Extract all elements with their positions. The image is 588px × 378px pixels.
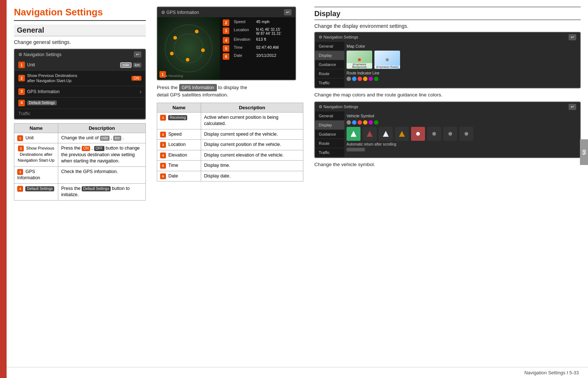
row-time-name: 5 Time [157, 161, 201, 171]
color-dot-green-2[interactable] [374, 120, 378, 125]
row-elevation-name: 4 Elevation [157, 150, 201, 161]
map-thumb-1[interactable]: (Emphasize Background) [347, 51, 372, 69]
display-screen-2-header: ⚙ Navigation Settings ↩ [315, 102, 580, 111]
nav-menu-item-traffic[interactable]: Traffic [15, 109, 145, 119]
km-pill[interactable]: km [133, 63, 141, 67]
display-screen-2: ⚙ Navigation Settings ↩ General Display … [314, 102, 581, 158]
sidebar-item-guidance-2[interactable]: Guidance [315, 130, 344, 139]
color-dot-blue[interactable] [352, 77, 356, 81]
sidebar-item-traffic-2[interactable]: Traffic [315, 148, 344, 157]
vehicle-sym-4[interactable] [395, 127, 409, 141]
map-thumb-2[interactable]: (Emphasize Roads) [374, 51, 400, 69]
receiving-pill: Receiving [168, 115, 187, 120]
sidebar-item-route-2[interactable]: Route [315, 139, 344, 148]
vehicle-sym-3[interactable] [379, 127, 393, 141]
nav-menu-item[interactable]: 1 Unit mile km [15, 59, 145, 71]
color-dot-orange-2[interactable] [363, 120, 367, 125]
map-color-options: (Emphasize Background) (Emphasize Roads) [347, 51, 578, 69]
table-header-name: Name [14, 123, 58, 133]
on-toggle[interactable]: ON [132, 76, 141, 81]
badge-6: 6 [223, 53, 229, 60]
sidebar-item-route[interactable]: Route [315, 69, 344, 78]
color-dot-gray-2[interactable] [347, 120, 351, 125]
gps-table: Name Description 1 Receiving Active when… [157, 103, 303, 182]
back-button[interactable]: ↩ [569, 34, 576, 40]
gear-icon: ⚙ Navigation Settings [18, 52, 62, 57]
map-thumb-container-2[interactable]: (Emphasize Roads) [374, 51, 400, 69]
nav-menu-item[interactable]: 2 Show Previous Destinationsafter Naviga… [15, 71, 145, 86]
color-dots [347, 77, 578, 81]
mile-pill: mile [100, 136, 110, 141]
gps-body: 1 ● Receiving 2 Speed 45 mph 3 Location … [158, 17, 295, 80]
row-receiving-desc: Active when current position is being ca… [201, 112, 303, 129]
badge-2: 2 [18, 146, 24, 151]
badge-3: 3 [18, 88, 25, 95]
show-prev-label: Show Previous Destinationsafter Navigati… [27, 73, 77, 84]
gps-radar: 1 ● Receiving [158, 17, 220, 80]
time-label: Time [234, 45, 254, 49]
time-value: 02:47:40 AM [256, 45, 279, 49]
map-thumb-container-1[interactable]: (Emphasize Background) [347, 51, 372, 69]
color-dot-purple-2[interactable] [369, 120, 373, 125]
svg-marker-1 [367, 131, 373, 137]
default-settings-pill[interactable]: Default Settings [27, 100, 57, 105]
gps-info-button[interactable]: GPS Information [179, 84, 217, 91]
sidebar-item-general-2[interactable]: General [315, 111, 344, 121]
vehicle-sym-7[interactable] [443, 127, 457, 141]
table-row: 6 Date Display date. [157, 171, 303, 181]
row-date-name: 6 Date [157, 171, 201, 181]
display-title: Display [314, 10, 581, 20]
sidebar-item-guidance[interactable]: Guidance [315, 60, 344, 69]
vehicle-sym-8[interactable] [459, 127, 473, 141]
badge-6: 6 [160, 173, 166, 179]
nav-menu-item[interactable]: 4 Default Settings [15, 98, 145, 109]
row-3-name: 3 GPS Information [14, 166, 58, 183]
auto-return-toggle[interactable] [347, 148, 365, 151]
table-row: 5 Time Display time. [157, 161, 303, 171]
back-button-2[interactable]: ↩ [569, 104, 576, 110]
gps-header: ⚙ GPS Information ↩ [158, 7, 295, 17]
color-dot-red-2[interactable] [358, 120, 362, 125]
display-main-area: Map Color (Emphasize Background) [344, 42, 580, 88]
nav-menu-item[interactable]: 3 GPS Information › [15, 86, 145, 98]
sidebar-item-display-2[interactable]: Display [315, 121, 344, 130]
vehicle-sym-1[interactable] [347, 127, 360, 141]
traffic-label: Traffic [18, 111, 30, 116]
badge-3: 3 [223, 27, 229, 34]
sidebar-item-general[interactable]: General [315, 42, 344, 51]
color-dot-purple[interactable] [369, 77, 373, 81]
right-column: Display Change the display environment s… [311, 0, 588, 367]
badge-1: 1 [159, 71, 166, 78]
sidebar-item-display[interactable]: Display [315, 51, 344, 60]
vehicle-sym-6[interactable] [427, 127, 441, 141]
unit-label: Unit [27, 62, 35, 67]
footer-text: Navigation Settings I 5-33 [524, 370, 579, 375]
svg-point-6 [448, 132, 452, 136]
row-1-desc: Change the unit of mile , km . [58, 133, 146, 143]
color-dot-gray[interactable] [347, 77, 351, 81]
back-button[interactable]: ↩ [284, 9, 292, 15]
on-pill: ON [82, 146, 90, 151]
row-elevation-desc: Display current elevation of the vehicle… [201, 150, 303, 161]
top-divider [314, 7, 581, 7]
color-dot-blue-2[interactable] [352, 120, 356, 125]
svg-point-7 [465, 132, 468, 136]
color-dot-green[interactable] [374, 77, 378, 81]
svg-point-4 [416, 132, 420, 136]
vehicle-sym-5[interactable] [411, 127, 425, 141]
map-color-title: Map Color [347, 44, 578, 48]
color-dot-red[interactable] [358, 77, 362, 81]
map-thumb-dot [358, 58, 361, 61]
vehicle-sym-2[interactable] [363, 127, 377, 141]
sidebar-item-traffic[interactable]: Traffic [315, 78, 344, 88]
color-dot-orange[interactable] [363, 77, 367, 81]
satellite-dot [201, 48, 205, 52]
table-row: 1 Unit Change the unit of mile , km . [14, 133, 146, 143]
back-button[interactable]: ↩ [134, 51, 141, 58]
display-nav-sidebar: General Display Guidance Route Traffic [315, 42, 344, 88]
display-main-area-2: Vehicle Symbol [344, 111, 580, 157]
mile-pill[interactable]: mile [120, 62, 131, 68]
gps-elevation-row: 4 Elevation 613 ft [223, 37, 292, 44]
chevron-right-icon: › [140, 89, 141, 95]
vehicle-symbol-desc: Change the vehicle symbol. [314, 161, 581, 168]
